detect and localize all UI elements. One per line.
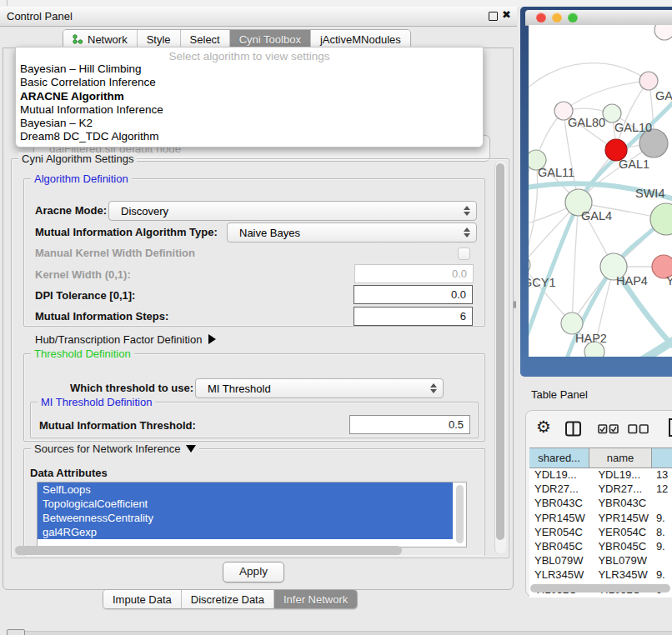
combo-stepper-icon — [464, 205, 470, 217]
tab-infer-network[interactable]: Infer Network — [274, 590, 357, 608]
table-row[interactable]: YBR045CYBR045C9. — [529, 540, 672, 554]
list-scrollbar-thumb[interactable] — [456, 485, 464, 543]
network-edge-highlighted — [637, 338, 672, 357]
tab-jactivemnodules-label: jActiveMNodules — [320, 33, 401, 46]
table-row[interactable]: YDR27...YDR27...12 — [529, 482, 672, 497]
select-all-columns-icon[interactable] — [598, 424, 619, 434]
tab-discretize-data[interactable]: Discretize Data — [182, 590, 274, 608]
data-attribute-item[interactable]: TopologicalCoefficient — [38, 497, 453, 511]
network-node[interactable] — [654, 25, 672, 40]
mi-threshold-field[interactable]: 0.5 — [349, 415, 470, 434]
table-cell: YDR27... — [589, 482, 651, 497]
mi-type-value: Naive Bayes — [239, 227, 300, 239]
table-cell: YBL079W — [589, 554, 651, 568]
docked-panel-icon[interactable] — [7, 629, 25, 635]
network-canvas[interactable]: GALGAL80GAL10GAL1GAL11SWI4GAL4GCY1HAP4YH… — [529, 25, 672, 357]
tab-network[interactable]: Network — [63, 30, 138, 48]
table-row[interactable]: YBR043CYBR043C — [529, 497, 672, 511]
settings-hscrollbar-thumb[interactable] — [15, 546, 402, 555]
algorithm-option[interactable]: Mutual Information Inference — [16, 103, 483, 117]
split-columns-icon[interactable] — [564, 421, 583, 438]
table-row[interactable]: YBL079WYBL079W — [529, 554, 672, 568]
network-graph[interactable]: GALGAL80GAL10GAL1GAL11SWI4GAL4GCY1HAP4YH… — [529, 25, 672, 357]
table-row[interactable]: YLR345WYLR345W9. — [529, 568, 672, 582]
which-threshold-combo[interactable]: MI Threshold — [195, 378, 444, 398]
table-row[interactable]: YDL19...YDL19...13 — [529, 468, 672, 482]
table-cell: YLR345W — [589, 568, 651, 582]
float-panel-icon[interactable] — [489, 12, 498, 21]
aracne-mode-value: Discovery — [121, 205, 168, 218]
column-header[interactable]: shared... — [529, 448, 589, 468]
hub-definition-label: Hub/Transcription Factor Definition — [35, 333, 202, 346]
algorithm-option[interactable]: Dream8 DC_TDC Algorithm — [16, 130, 483, 143]
node-table: shared...name YDL19...YDL19...13YDR27...… — [529, 448, 672, 598]
algorithm-option[interactable]: Bayesian – Hill Climbing — [16, 62, 483, 76]
algorithm-option[interactable]: ARACNE Algorithm — [16, 90, 483, 103]
dpi-tolerance-field[interactable]: 0.0 — [354, 285, 473, 304]
algorithm-option[interactable]: Basic Correlation Inference — [16, 76, 483, 89]
network-tab-icon — [73, 34, 83, 45]
table-row[interactable]: YER054CYER054C8. — [529, 526, 672, 540]
manual-kernel-checkbox[interactable] — [458, 248, 470, 260]
node-label: GAL — [655, 89, 672, 102]
network-node[interactable] — [639, 72, 658, 90]
mi-type-label: Mutual Information Algorithm Type: — [35, 226, 218, 238]
table-cell: YDR27... — [529, 482, 589, 497]
table-cell: YBR045C — [529, 540, 589, 554]
close-icon[interactable]: ✖ — [502, 8, 511, 21]
tab-impute-data[interactable]: Impute Data — [103, 590, 182, 608]
node-label: GAL80 — [568, 116, 605, 129]
aracne-mode-combo[interactable]: Discovery — [108, 201, 477, 221]
cyni-mode-tabs: Impute Data Discretize Data Infer Networ… — [103, 589, 358, 609]
tab-jactivemnodules[interactable]: jActiveMNodules — [311, 30, 410, 48]
mac-minimize-button[interactable] — [552, 12, 562, 22]
gear-icon[interactable]: ⚙ — [536, 417, 551, 437]
mac-close-button[interactable] — [536, 12, 546, 22]
data-attribute-item[interactable]: BetweennessCentrality — [38, 511, 453, 525]
data-attributes-label: Data Attributes — [30, 467, 108, 479]
which-threshold-label: Which threshold to use: — [70, 382, 193, 394]
kernel-width-field[interactable]: 0.0 — [354, 264, 474, 283]
column-header[interactable]: name — [589, 448, 651, 468]
node-label: HAP2 — [575, 332, 607, 345]
network-window-titlebar[interactable] — [525, 10, 672, 26]
mac-zoom-button[interactable] — [568, 12, 578, 22]
node-label: GAL11 — [538, 166, 574, 179]
deselect-all-columns-icon[interactable] — [628, 424, 649, 434]
node-label: GCY1 — [529, 276, 556, 289]
data-attributes-list[interactable]: SelfLoopsTopologicalCoefficientBetweenne… — [37, 482, 467, 548]
apply-button[interactable]: Apply — [223, 562, 284, 582]
pane-splitter-handle[interactable] — [514, 301, 516, 308]
data-attribute-item[interactable]: gal4RGexp — [38, 525, 453, 539]
algorithm-option[interactable]: Bayesian – K2 — [16, 117, 483, 130]
table-row[interactable]: YPR145WYPR145W9. — [529, 512, 672, 526]
mi-type-combo[interactable]: Naive Bayes — [227, 222, 477, 242]
tab-select[interactable]: Select — [181, 30, 230, 48]
node-label: GAL4 — [581, 209, 612, 222]
data-attribute-item[interactable]: SelfLoops — [38, 482, 453, 497]
algorithm-option-list: Bayesian – Hill ClimbingBasic Correlatio… — [16, 62, 483, 144]
node-label: HAP4 — [616, 274, 648, 288]
new-table-icon[interactable] — [668, 418, 672, 438]
expander-right-arrow-icon — [208, 334, 216, 344]
table-hscrollbar-thumb[interactable] — [530, 584, 670, 592]
table-cell: 13 — [652, 468, 672, 482]
table-cell: YBR043C — [589, 497, 651, 511]
table-cell: YPR145W — [589, 512, 651, 526]
settings-vscrollbar-thumb[interactable] — [496, 163, 504, 540]
node-label: GAL10 — [614, 121, 652, 134]
column-header[interactable] — [652, 448, 672, 468]
sources-group-title[interactable]: Sources for Network Inference — [31, 442, 199, 455]
threshold-definition-title: Threshold Definition — [31, 348, 134, 360]
mi-steps-field[interactable]: 6 — [354, 307, 473, 326]
network-node[interactable] — [603, 104, 621, 122]
table-cell: 9. — [652, 512, 672, 526]
tab-select-label: Select — [190, 33, 220, 46]
tab-cyni-toolbox[interactable]: Cyni Toolbox — [230, 30, 311, 48]
hub-definition-expander[interactable]: Hub/Transcription Factor Definition — [35, 333, 216, 346]
table-cell: YLR345W — [529, 568, 589, 582]
table-panel-title: Table Panel — [531, 388, 588, 401]
tab-style[interactable]: Style — [138, 30, 181, 48]
network-node[interactable] — [529, 255, 530, 275]
table-cell: 8. — [652, 526, 672, 540]
